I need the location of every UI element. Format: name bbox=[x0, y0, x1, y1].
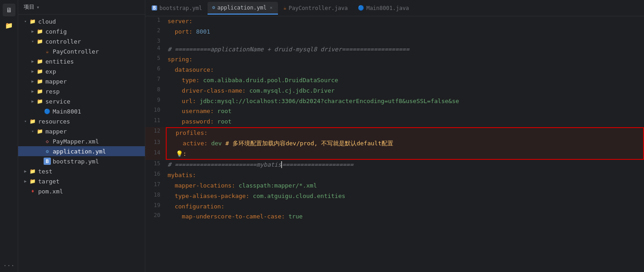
code-editor[interactable]: 1server:2 port: 800134# ==========applic… bbox=[145, 16, 644, 272]
tree-item-mapper[interactable]: ▶📁mapper bbox=[18, 76, 145, 86]
line-content-1[interactable]: server: bbox=[166, 16, 644, 27]
tree-label-service: service bbox=[45, 98, 70, 105]
tree-label-entities: entities bbox=[45, 58, 74, 65]
tree-label-test: test bbox=[38, 168, 52, 175]
line-content-8[interactable]: driver-class-name: com.mysql.cj.jdbc.Dri… bbox=[166, 86, 644, 96]
tree-label-resp: resp bbox=[45, 88, 59, 95]
tree-arrow-resources[interactable]: ▾ bbox=[22, 118, 29, 125]
tree-arrow-service[interactable]: ▶ bbox=[29, 98, 36, 105]
line-content-13[interactable]: active: dev # 多环境配置加载内容dev/prod, 不写就是默认d… bbox=[166, 138, 644, 149]
line-number-20: 20 bbox=[145, 212, 166, 222]
code-line-5: 5spring: bbox=[145, 54, 644, 65]
monitor-icon[interactable]: 🖥 bbox=[3, 4, 15, 16]
tree-arrow-mapper[interactable]: ▶ bbox=[29, 78, 36, 85]
tree-item-controller[interactable]: ▾📁controller bbox=[18, 36, 145, 46]
tree-arrow-exp[interactable]: ▶ bbox=[29, 68, 36, 75]
line-number-5: 5 bbox=[145, 54, 166, 65]
code-line-19: 19 configuration: bbox=[145, 202, 644, 212]
tree-item-pom.xml[interactable]: ♦pom.xml bbox=[18, 186, 145, 196]
line-content-2[interactable]: port: 8001 bbox=[166, 27, 644, 37]
tree-item-bootstrap.yml[interactable]: Bbootstrap.yml bbox=[18, 156, 145, 166]
line-number-4: 4 bbox=[145, 45, 166, 55]
tree-arrow-target[interactable]: ▶ bbox=[22, 178, 29, 185]
line-content-9[interactable]: url: jdbc:mysql://localhost:3306/db2024?… bbox=[166, 96, 644, 107]
tree-arrow-entities[interactable]: ▶ bbox=[29, 58, 36, 65]
tree-label-exp: exp bbox=[45, 68, 56, 75]
tree-arrow-resp[interactable]: ▶ bbox=[29, 88, 36, 95]
tree-icon-mapper2: 📁 bbox=[36, 128, 44, 135]
tab-label-bootstrap: bootstrap.yml bbox=[159, 5, 202, 11]
code-line-16: 16mybatis: bbox=[145, 170, 644, 181]
line-content-6[interactable]: datasource: bbox=[166, 65, 644, 75]
code-line-14: 14 💡: bbox=[145, 149, 644, 160]
line-number-3: 3 bbox=[145, 37, 166, 45]
line-content-19[interactable]: configuration: bbox=[166, 202, 644, 212]
folder-icon[interactable]: 📁 bbox=[3, 19, 15, 32]
tree-item-application.yml[interactable]: ⚙application.yml bbox=[18, 146, 145, 156]
tree-icon-test: 📁 bbox=[29, 168, 36, 175]
tree-item-test[interactable]: ▶📁test bbox=[18, 166, 145, 176]
tree-icon-bootstrap.yml: B bbox=[44, 158, 51, 165]
line-number-1: 1 bbox=[145, 16, 166, 27]
line-number-14: 14 bbox=[145, 149, 166, 160]
tree-arrow-test[interactable]: ▶ bbox=[22, 168, 29, 175]
line-content-3[interactable] bbox=[166, 37, 644, 45]
tree-arrow-config[interactable]: ▶ bbox=[29, 28, 36, 35]
line-content-12[interactable]: profiles: bbox=[166, 127, 644, 138]
tree-item-resp[interactable]: ▶📁resp bbox=[18, 86, 145, 96]
tree-item-exp[interactable]: ▶📁exp bbox=[18, 66, 145, 76]
tree-item-service[interactable]: ▶📁service bbox=[18, 96, 145, 106]
tree-icon-resp: 📁 bbox=[36, 88, 44, 95]
tree-item-mapper2[interactable]: ▾📁mapper bbox=[18, 126, 145, 136]
tab-Main8001[interactable]: 🔵Main8001.java bbox=[353, 2, 414, 15]
line-number-17: 17 bbox=[145, 181, 166, 191]
tab-application[interactable]: ⚙application.yml✕ bbox=[208, 2, 278, 15]
line-content-10[interactable]: username: root bbox=[166, 106, 644, 117]
tree-label-controller: controller bbox=[45, 38, 81, 45]
line-content-5[interactable]: spring: bbox=[166, 54, 644, 65]
tab-PayController[interactable]: ☕PayController.java bbox=[279, 2, 352, 15]
tree-arrow-mapper2[interactable]: ▾ bbox=[29, 128, 36, 135]
tree-icon-resources: 📁 bbox=[29, 118, 36, 125]
tree-item-config[interactable]: ▶📁config bbox=[18, 26, 145, 36]
line-number-19: 19 bbox=[145, 202, 166, 212]
tree-label-bootstrap.yml: bootstrap.yml bbox=[53, 158, 99, 165]
line-content-17[interactable]: mapper-locations: classpath:mapper/*.xml bbox=[166, 181, 644, 191]
tree-icon-mapper: 📁 bbox=[36, 78, 44, 85]
line-content-16[interactable]: mybatis: bbox=[166, 170, 644, 181]
tree-item-Main8001[interactable]: 🔵Main8001 bbox=[18, 106, 145, 116]
line-content-20[interactable]: map-underscore-to-camel-case: true bbox=[166, 212, 644, 222]
more-icon[interactable]: ··· bbox=[3, 259, 15, 272]
line-number-18: 18 bbox=[145, 191, 166, 202]
panel-title: 项目 bbox=[24, 3, 35, 11]
line-content-14[interactable]: 💡: bbox=[166, 149, 644, 160]
tree-icon-target: 📁 bbox=[29, 178, 36, 185]
line-number-7: 7 bbox=[145, 75, 166, 86]
editor-area: Bbootstrap.yml⚙application.yml✕☕PayContr… bbox=[145, 0, 644, 272]
tree-icon-Main8001: 🔵 bbox=[44, 108, 51, 115]
tab-close-application[interactable]: ✕ bbox=[269, 5, 273, 10]
tree-icon-entities: 📁 bbox=[36, 58, 44, 65]
line-number-16: 16 bbox=[145, 170, 166, 181]
tree-item-cloud[interactable]: ▾📁cloud bbox=[18, 16, 145, 26]
tree-icon-cloud: 📁 bbox=[29, 18, 36, 25]
tree-arrow-controller[interactable]: ▾ bbox=[29, 38, 36, 45]
tab-bootstrap[interactable]: Bbootstrap.yml bbox=[147, 2, 207, 15]
panel-chevron[interactable]: ▾ bbox=[36, 4, 40, 10]
tree-item-PayController[interactable]: ☕PayController bbox=[18, 46, 145, 56]
line-content-11[interactable]: password: root bbox=[166, 117, 644, 127]
tree-item-resources[interactable]: ▾📁resources bbox=[18, 116, 145, 126]
code-line-10: 10 username: root bbox=[145, 106, 644, 117]
tree-label-resources: resources bbox=[38, 118, 70, 125]
tree-arrow-cloud[interactable]: ▾ bbox=[22, 18, 29, 25]
line-content-15[interactable]: # =======================mybatis========… bbox=[166, 160, 644, 170]
code-line-18: 18 type-aliases-package: com.atguigu.clo… bbox=[145, 191, 644, 202]
line-content-7[interactable]: type: com.alibaba.druid.pool.DruidDataSo… bbox=[166, 75, 644, 86]
tree-item-PayMapper.xml[interactable]: ◇PayMapper.xml bbox=[18, 136, 145, 146]
tab-icon-application: ⚙ bbox=[212, 5, 215, 10]
tree-item-target[interactable]: ▶📁target bbox=[18, 176, 145, 186]
line-content-18[interactable]: type-aliases-package: com.atguigu.cloud.… bbox=[166, 191, 644, 202]
line-content-4[interactable]: # ==========applicationName + druid-mysq… bbox=[166, 45, 644, 55]
code-line-4: 4# ==========applicationName + druid-mys… bbox=[145, 45, 644, 55]
tree-item-entities[interactable]: ▶📁entities bbox=[18, 56, 145, 66]
